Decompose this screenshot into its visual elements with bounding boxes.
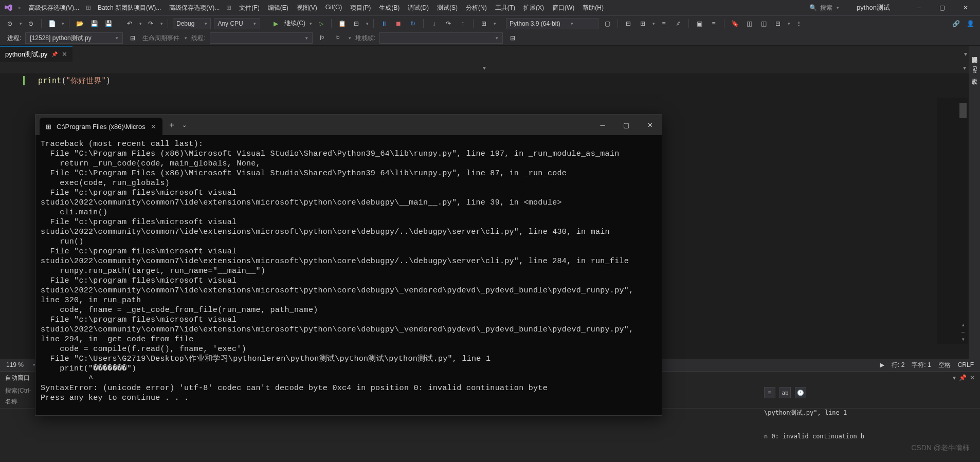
terminal-minimize-button[interactable]: ─ [591, 115, 614, 135]
config-combo[interactable]: Debug [173, 18, 211, 29]
menu-debug[interactable]: 调试(D) [404, 4, 433, 12]
nav-fwd-icon[interactable]: ⊙ [25, 18, 37, 29]
python-env-combo[interactable]: Python 3.9 (64-bit) [506, 18, 598, 29]
redo-icon[interactable]: ↷ [145, 18, 156, 29]
open-icon[interactable]: 📂 [74, 18, 85, 29]
panel-pin-icon[interactable]: 📌 [959, 374, 967, 381]
new-project-icon[interactable]: 📄 [46, 18, 58, 29]
nav-back-icon[interactable]: ⊙ [4, 18, 15, 29]
terminal-output[interactable]: Traceback (most recent call last): File … [35, 135, 662, 415]
tab-tool-dropdown-icon[interactable]: ▾ [964, 50, 967, 58]
tb-icon-e[interactable]: ▣ [694, 18, 705, 29]
toolbar-misc-icon[interactable]: ⊞ [478, 18, 489, 29]
pin-icon[interactable]: 📌 [51, 51, 58, 57]
menu-edit[interactable]: 编辑(E) [264, 4, 293, 12]
tb-icon-k[interactable]: ⫶ [793, 18, 805, 29]
undo-icon[interactable]: ↶ [124, 18, 135, 29]
save-icon[interactable]: 💾 [88, 18, 100, 29]
titlebar-item-3[interactable]: 高级保存选项(V)... [166, 4, 223, 12]
account-icon[interactable]: 👤 [965, 18, 976, 29]
scroll-thumb[interactable] [959, 103, 967, 118]
code-editor[interactable]: print("你好世界") [0, 74, 980, 99]
titlebar-item-2[interactable]: Batch 新团队项目(W)... [95, 4, 164, 12]
menu-project[interactable]: 项目(P) [346, 4, 375, 12]
nav-right-combo[interactable]: ▾ ＋ [490, 62, 980, 73]
menu-help[interactable]: 帮助(H) [578, 4, 608, 12]
tb-icon-i[interactable]: ◫ [758, 18, 769, 29]
tb-icon-a[interactable]: ⊟ [623, 18, 634, 29]
terminal-maximize-button[interactable]: ▢ [614, 115, 638, 135]
pause-icon[interactable]: ⏸ [378, 18, 390, 29]
terminal-dropdown-icon[interactable]: ⌄ [182, 122, 187, 128]
menu-window[interactable]: 窗口(W) [548, 4, 578, 12]
terminal-close-button[interactable]: ✕ [638, 115, 662, 135]
menu-build[interactable]: 生成(B) [375, 4, 404, 12]
stackframe-combo[interactable] [379, 32, 503, 44]
status-col[interactable]: 字符: 1 [912, 361, 931, 369]
sidebar-tab-git[interactable]: Git 更改 [970, 63, 979, 78]
search-box[interactable]: 🔍 搜索 ▾ [809, 4, 839, 12]
editor-tab-active[interactable]: python测试.py 📌 ✕ [0, 46, 72, 62]
share-icon[interactable]: 🔗 [950, 18, 961, 29]
scroll-up-icon[interactable]: ▴ [959, 321, 967, 328]
platform-combo[interactable]: Any CPU [214, 18, 260, 29]
process-combo[interactable]: [12528] python测试.py [25, 32, 123, 44]
close-button[interactable]: ✕ [954, 1, 977, 15]
menu-view[interactable]: 视图(V) [293, 4, 321, 12]
step-over-icon[interactable]: ↷ [443, 18, 454, 29]
menu-git[interactable]: Git(G) [321, 4, 347, 12]
tb-icon-j[interactable]: ⊟ [772, 18, 784, 29]
sf-icon[interactable]: ⊟ [507, 32, 518, 44]
tb-icon-f[interactable]: ≡ [708, 18, 719, 29]
output-tool-icon3[interactable]: 🕐 [795, 387, 806, 398]
panel-dropdown-icon[interactable]: ▾ [953, 374, 956, 381]
status-crlf[interactable]: CRLF [958, 361, 974, 368]
scroll-right-icon[interactable]: ▶ [880, 361, 884, 368]
scroll-split-icon[interactable]: ─ [959, 328, 967, 336]
maximize-button[interactable]: ▢ [931, 1, 954, 15]
menu-extensions[interactable]: 扩展(X) [519, 4, 548, 12]
titlebar-item-1[interactable]: 高级保存选项(V)... [26, 4, 82, 12]
continue-icon[interactable]: ▶ [270, 18, 281, 29]
env-info-icon[interactable]: ▢ [602, 18, 613, 29]
tb-icon-b[interactable]: ⊞ [637, 18, 648, 29]
panel-title-label[interactable]: 自动窗口 [5, 374, 30, 382]
restart-icon[interactable]: ↻ [407, 18, 419, 29]
terminal-tab-close-icon[interactable]: ✕ [151, 123, 156, 131]
terminal-tab[interactable]: ⊞ C:\Program Files (x86)\Micros ✕ [40, 118, 162, 135]
tb-icon-c[interactable]: ≡ [658, 18, 669, 29]
zoom-level[interactable]: 119 % [6, 361, 24, 368]
step-into-icon[interactable]: ↓ [428, 18, 440, 29]
thread-combo[interactable] [210, 32, 313, 44]
editor-scrollbar[interactable]: ▴ ─ ▾ [937, 98, 968, 344]
menu-analyze[interactable]: 分析(N) [462, 4, 491, 12]
save-all-icon[interactable]: 💾 [103, 18, 114, 29]
terminal-newtab-icon[interactable]: ＋ [168, 120, 176, 131]
tb-icon-h[interactable]: ◫ [743, 18, 755, 29]
flag-icon2[interactable]: 🏳 [332, 32, 343, 44]
tb-icon-g[interactable]: 🔖 [729, 18, 740, 29]
flag-icon[interactable]: 🏳 [317, 32, 328, 44]
nav-left-combo[interactable]: ▾ [0, 62, 490, 73]
toolbar-icon-2[interactable]: ⊟ [351, 18, 362, 29]
toolbar-icon-1[interactable]: 📋 [336, 18, 348, 29]
continue-label[interactable]: 继续(C) [284, 19, 305, 28]
panel-search-label[interactable]: 搜索(Ctrl- [5, 386, 31, 395]
menu-tools[interactable]: 工具(T) [491, 4, 519, 12]
output-tool-icon2[interactable]: ab [779, 387, 791, 398]
status-spaces[interactable]: 空格 [938, 361, 951, 369]
scroll-down-icon[interactable]: ▾ [959, 336, 967, 343]
panel-close-icon[interactable]: ✕ [970, 374, 975, 381]
minimize-button[interactable]: ─ [908, 1, 931, 15]
tb-icon-d[interactable]: ⫽ [673, 18, 684, 29]
lifecycle-icon[interactable]: ⊟ [127, 32, 138, 44]
run-no-debug-icon[interactable]: ▷ [315, 18, 326, 29]
sidebar-tab-solution[interactable]: 解决方案资源管理器 [970, 49, 979, 56]
menu-file[interactable]: 文件(F) [235, 4, 263, 12]
step-out-icon[interactable]: ↑ [457, 18, 468, 29]
menu-test[interactable]: 测试(S) [433, 4, 462, 12]
tab-close-icon[interactable]: ✕ [62, 50, 67, 58]
stop-icon[interactable]: ⏹ [393, 18, 404, 29]
output-tool-icon1[interactable]: ≡ [764, 387, 775, 398]
status-line[interactable]: 行: 2 [892, 361, 904, 369]
